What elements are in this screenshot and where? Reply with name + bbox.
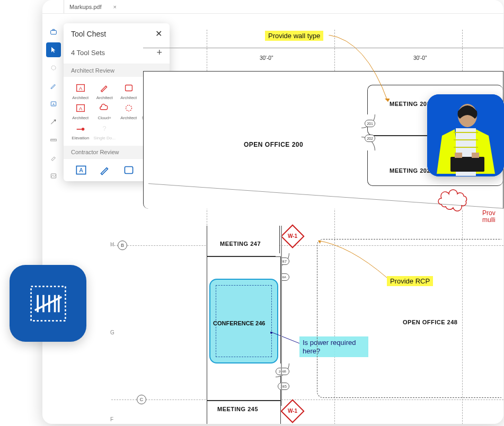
door-tag-202: 202 <box>365 135 375 142</box>
room-meeting-245: MEETING 245 <box>217 406 258 412</box>
svg-rect-28 <box>472 153 479 158</box>
svg-rect-25 <box>450 157 484 172</box>
room-conference-246: CONFERENCE 246 <box>213 320 265 326</box>
app-window: Markups.pdf × A <box>42 0 503 424</box>
axis-f: F <box>110 416 113 422</box>
cloud-markup-mullion[interactable] <box>437 189 474 212</box>
room-meeting-202: MEETING 202 <box>390 167 430 174</box>
dim-line-top <box>143 48 503 48</box>
room-box-245 <box>207 401 281 424</box>
wall-vert-246 <box>281 226 282 406</box>
annotation-provide-rcp[interactable]: Provide RCP <box>387 276 433 286</box>
grid-node-c: C <box>137 395 146 404</box>
room-open-office-248: OPEN OFFICE 248 <box>403 319 457 325</box>
drawing-canvas[interactable]: 30'-0" 30'-0" B C H G F OPEN OFFICE 200 … <box>42 14 503 424</box>
annotation-mullion: Prov mulli <box>482 210 496 224</box>
axis-h: H <box>110 242 114 247</box>
svg-point-21 <box>270 332 272 334</box>
gridline-c <box>111 400 503 400</box>
annotation-provide-wall-type[interactable]: Provide wall type <box>265 31 323 41</box>
diamond-w1-upper[interactable]: W-1 <box>280 224 304 248</box>
diamond-w1-lower[interactable]: W-1 <box>280 399 304 423</box>
leader-rcp <box>318 241 392 280</box>
brand-badge <box>10 265 86 342</box>
tab-bar: Markups.pdf × <box>42 0 503 14</box>
leader-power <box>270 332 302 350</box>
door-tag-245: 245 <box>278 383 289 390</box>
svg-rect-27 <box>455 153 462 158</box>
room-meeting-247: MEETING 247 <box>220 241 261 247</box>
dim-span2: 30'-0" <box>413 55 427 61</box>
leader-walltype <box>329 35 390 104</box>
file-tab[interactable]: Markups.pdf × <box>64 0 122 13</box>
room-meeting-201: MEETING 201 <box>390 101 430 107</box>
file-tab-name: Markups.pdf <box>69 4 102 10</box>
user-avatar <box>427 94 504 176</box>
grid-node-b: B <box>118 241 127 250</box>
door-tag-246b: 246B <box>276 368 289 375</box>
room-open-office-200: OPEN OFFICE 200 <box>244 141 303 148</box>
tally-grid-icon <box>24 280 72 327</box>
close-icon[interactable]: × <box>113 4 117 10</box>
door-tag-201: 201 <box>365 120 375 127</box>
dim-span1: 30'-0" <box>260 55 273 61</box>
axis-g: G <box>110 330 114 335</box>
